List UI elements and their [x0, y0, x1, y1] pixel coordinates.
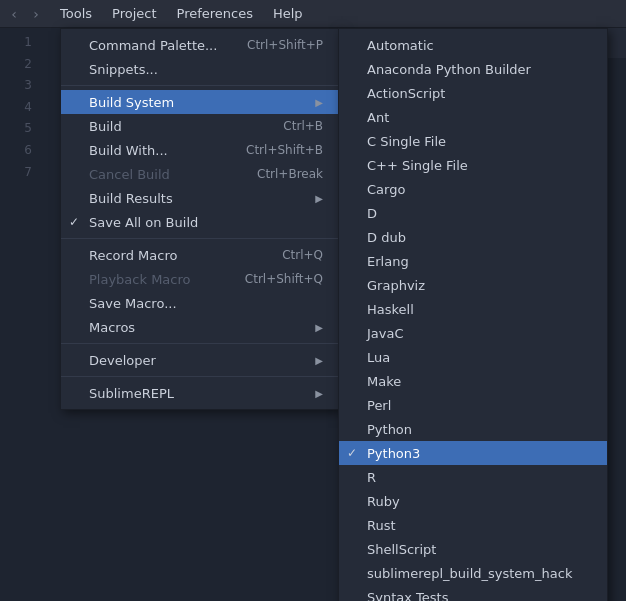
submenu-cargo[interactable]: Cargo: [339, 177, 607, 201]
submenu-arrow: ▶: [315, 193, 323, 204]
line-number: 3: [0, 75, 32, 97]
line-number: 4: [0, 97, 32, 119]
submenu-python3[interactable]: ✓ Python3: [339, 441, 607, 465]
submenu-arrow: ▶: [315, 97, 323, 108]
menu-save-all-on-build[interactable]: ✓ Save All on Build: [61, 210, 339, 234]
submenu-item-label: R: [367, 470, 376, 485]
submenu-erlang[interactable]: Erlang: [339, 249, 607, 273]
submenu-item-label: Erlang: [367, 254, 409, 269]
menu-build-results[interactable]: Build Results ▶: [61, 186, 339, 210]
line-numbers: 1 2 3 4 5 6 7: [0, 28, 40, 601]
menu-build-with[interactable]: Build With... Ctrl+Shift+B: [61, 138, 339, 162]
menu-preferences[interactable]: Preferences: [167, 0, 263, 27]
submenu-arrow: ▶: [315, 355, 323, 366]
submenu-d[interactable]: D: [339, 201, 607, 225]
menu-item-label: Build With...: [89, 143, 168, 158]
submenu-item-label: Cargo: [367, 182, 405, 197]
menubar: ‹ › Tools Project Preferences Help: [0, 0, 626, 28]
submenu-item-label: Rust: [367, 518, 396, 533]
tools-dropdown: Command Palette... Ctrl+Shift+P Snippets…: [60, 28, 340, 410]
menu-sublime-repl[interactable]: SublimeREPL ▶: [61, 381, 339, 405]
submenu-graphviz[interactable]: Graphviz: [339, 273, 607, 297]
submenu-item-label: C++ Single File: [367, 158, 468, 173]
submenu-cpp-single-file[interactable]: C++ Single File: [339, 153, 607, 177]
submenu-item-label: JavaC: [367, 326, 404, 341]
menu-item-shortcut: Ctrl+Shift+P: [247, 38, 323, 52]
menu-playback-macro: Playback Macro Ctrl+Shift+Q: [61, 267, 339, 291]
submenu-actionscript[interactable]: ActionScript: [339, 81, 607, 105]
menu-build-system[interactable]: Build System ▶: [61, 90, 339, 114]
line-number: 2: [0, 54, 32, 76]
submenu-arrow: ▶: [315, 388, 323, 399]
submenu-rust[interactable]: Rust: [339, 513, 607, 537]
submenu-sublimerepl-build-hack[interactable]: sublimerepl_build_system_hack: [339, 561, 607, 585]
menu-snippets[interactable]: Snippets...: [61, 57, 339, 81]
menu-cancel-build: Cancel Build Ctrl+Break: [61, 162, 339, 186]
line-number: 6: [0, 140, 32, 162]
separator-2: [61, 238, 339, 239]
submenu-anaconda-python-builder[interactable]: Anaconda Python Builder: [339, 57, 607, 81]
back-arrow[interactable]: ‹: [4, 4, 24, 24]
nav-arrows: ‹ ›: [4, 4, 46, 24]
menu-item-shortcut: Ctrl+Break: [257, 167, 323, 181]
submenu-javac[interactable]: JavaC: [339, 321, 607, 345]
submenu-item-label: Ruby: [367, 494, 400, 509]
submenu-r[interactable]: R: [339, 465, 607, 489]
separator-1: [61, 85, 339, 86]
menu-item-label: Playback Macro: [89, 272, 190, 287]
menu-record-macro[interactable]: Record Macro Ctrl+Q: [61, 243, 339, 267]
menu-item-label: Command Palette...: [89, 38, 217, 53]
menu-item-label: Build Results: [89, 191, 173, 206]
menu-item-label: SublimeREPL: [89, 386, 174, 401]
forward-arrow[interactable]: ›: [26, 4, 46, 24]
menu-item-shortcut: Ctrl+Shift+B: [246, 143, 323, 157]
submenu-arrow: ▶: [315, 322, 323, 333]
build-system-submenu: Automatic Anaconda Python Builder Action…: [338, 28, 608, 601]
submenu-make[interactable]: Make: [339, 369, 607, 393]
submenu-automatic[interactable]: Automatic: [339, 33, 607, 57]
submenu-item-label: Syntax Tests: [367, 590, 448, 602]
submenu-syntax-tests[interactable]: Syntax Tests: [339, 585, 607, 601]
checked-icon: ✓: [347, 446, 357, 460]
submenu-shellscript[interactable]: ShellScript: [339, 537, 607, 561]
submenu-ant[interactable]: Ant: [339, 105, 607, 129]
submenu-d-dub[interactable]: D dub: [339, 225, 607, 249]
submenu-python[interactable]: Python: [339, 417, 607, 441]
menu-tools[interactable]: Tools: [50, 0, 102, 27]
submenu-item-label: Perl: [367, 398, 391, 413]
submenu-item-label: Graphviz: [367, 278, 425, 293]
menu-item-shortcut: Ctrl+B: [283, 119, 323, 133]
submenu-item-label: Lua: [367, 350, 390, 365]
menu-build[interactable]: Build Ctrl+B: [61, 114, 339, 138]
menu-item-shortcut: Ctrl+Q: [282, 248, 323, 262]
menu-item-shortcut: Ctrl+Shift+Q: [245, 272, 323, 286]
line-number: 1: [0, 32, 32, 54]
submenu-haskell[interactable]: Haskell: [339, 297, 607, 321]
submenu-perl[interactable]: Perl: [339, 393, 607, 417]
submenu-lua[interactable]: Lua: [339, 345, 607, 369]
submenu-ruby[interactable]: Ruby: [339, 489, 607, 513]
menu-item-label: Record Macro: [89, 248, 177, 263]
submenu-item-label: ActionScript: [367, 86, 445, 101]
menu-item-label: Developer: [89, 353, 156, 368]
submenu-item-label: ShellScript: [367, 542, 436, 557]
checkmark-icon: ✓: [69, 215, 79, 229]
menu-macros[interactable]: Macros ▶: [61, 315, 339, 339]
submenu-item-label: D: [367, 206, 377, 221]
line-number: 7: [0, 162, 32, 184]
menu-save-macro[interactable]: Save Macro...: [61, 291, 339, 315]
menu-project[interactable]: Project: [102, 0, 166, 27]
separator-3: [61, 343, 339, 344]
submenu-item-label: Anaconda Python Builder: [367, 62, 531, 77]
line-number: 5: [0, 118, 32, 140]
submenu-item-label: Automatic: [367, 38, 434, 53]
submenu-c-single-file[interactable]: C Single File: [339, 129, 607, 153]
submenu-item-label: D dub: [367, 230, 406, 245]
menu-help[interactable]: Help: [263, 0, 313, 27]
menu-item-label: Build System: [89, 95, 174, 110]
menu-item-label: Cancel Build: [89, 167, 170, 182]
submenu-item-label: Python3: [367, 446, 420, 461]
menu-developer[interactable]: Developer ▶: [61, 348, 339, 372]
menu-item-label: Snippets...: [89, 62, 158, 77]
menu-command-palette[interactable]: Command Palette... Ctrl+Shift+P: [61, 33, 339, 57]
